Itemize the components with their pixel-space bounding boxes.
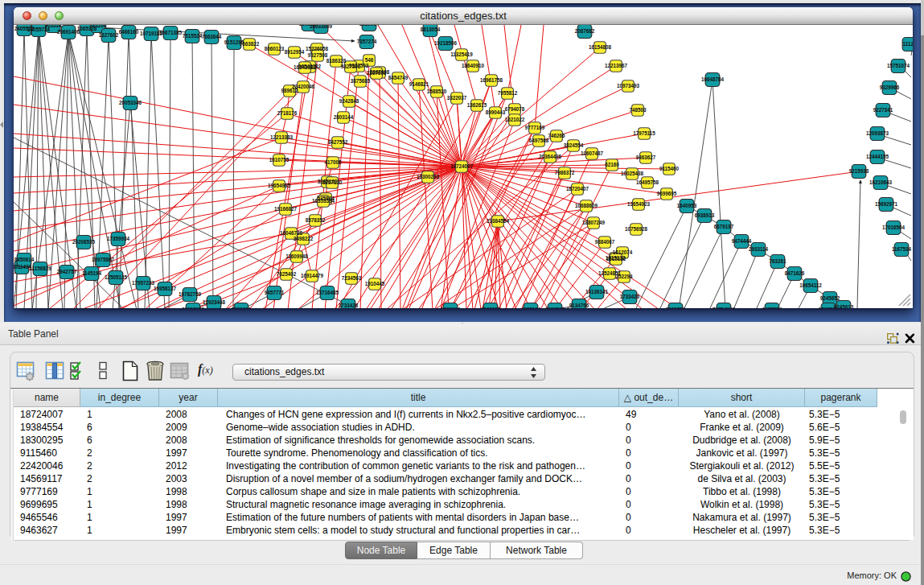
svg-text:62160: 62160 bbox=[605, 162, 619, 167]
svg-text:16671385: 16671385 bbox=[159, 30, 183, 35]
svg-text:8450614: 8450614 bbox=[14, 257, 35, 262]
svg-text:10975867: 10975867 bbox=[92, 257, 115, 262]
svg-text:11156829: 11156829 bbox=[29, 266, 51, 271]
svg-text:6879197: 6879197 bbox=[714, 224, 734, 229]
svg-text:1733426: 1733426 bbox=[620, 294, 640, 299]
svg-text:7234563: 7234563 bbox=[342, 275, 362, 281]
svg-text:20364436: 20364436 bbox=[539, 154, 562, 159]
svg-text:9960308: 9960308 bbox=[481, 307, 501, 308]
svg-text:17975115: 17975115 bbox=[633, 130, 655, 136]
svg-text:16961758: 16961758 bbox=[480, 77, 503, 83]
svg-text:2933114: 2933114 bbox=[749, 246, 769, 252]
svg-text:4628194: 4628194 bbox=[521, 307, 541, 308]
svg-text:905514: 905514 bbox=[44, 25, 62, 28]
svg-text:19654985: 19654985 bbox=[268, 183, 291, 188]
svg-text:1621022: 1621022 bbox=[505, 117, 525, 122]
svg-text:989612: 989612 bbox=[281, 88, 298, 93]
svg-text:1733426: 1733426 bbox=[339, 303, 359, 308]
svg-text:1145194: 1145194 bbox=[82, 270, 102, 276]
svg-text:17957233: 17957233 bbox=[132, 280, 155, 286]
svg-text:9093786: 9093786 bbox=[666, 307, 686, 308]
svg-text:16210643: 16210643 bbox=[869, 179, 893, 185]
svg-text:16495758: 16495758 bbox=[636, 179, 659, 185]
svg-text:16648784: 16648784 bbox=[701, 76, 725, 82]
svg-text:3498222: 3498222 bbox=[294, 236, 314, 241]
svg-text:11325419: 11325419 bbox=[450, 51, 473, 57]
svg-text:2087682: 2087682 bbox=[575, 28, 595, 34]
svg-text:1615132: 1615132 bbox=[606, 256, 626, 262]
svg-text:7663822: 7663822 bbox=[240, 41, 260, 47]
svg-text:18640910: 18640910 bbox=[462, 63, 485, 68]
svg-text:6794078: 6794078 bbox=[505, 106, 525, 112]
svg-text:13716485: 13716485 bbox=[316, 290, 339, 295]
svg-text:1910445: 1910445 bbox=[365, 281, 385, 286]
svg-text:9884067: 9884067 bbox=[595, 239, 615, 245]
svg-text:12923448: 12923448 bbox=[203, 299, 226, 305]
svg-text:16033809: 16033809 bbox=[310, 25, 333, 29]
svg-text:16046738: 16046738 bbox=[280, 230, 303, 236]
svg-text:10654112: 10654112 bbox=[799, 282, 822, 288]
svg-text:12505135: 12505135 bbox=[105, 274, 128, 280]
svg-text:7663844: 7663844 bbox=[202, 34, 222, 39]
svg-text:19384554: 19384554 bbox=[487, 218, 510, 224]
svg-text:1860913: 1860913 bbox=[441, 307, 461, 308]
svg-text:8813054: 8813054 bbox=[421, 27, 441, 32]
svg-text:16353594: 16353594 bbox=[312, 198, 335, 204]
svg-text:3875685: 3875685 bbox=[351, 78, 371, 84]
svg-text:16154808: 16154808 bbox=[589, 44, 612, 50]
svg-text:20053346: 20053346 bbox=[119, 100, 142, 105]
svg-text:9245652: 9245652 bbox=[820, 295, 840, 301]
svg-text:9134766: 9134766 bbox=[569, 303, 589, 308]
svg-text:13654923: 13654923 bbox=[627, 201, 651, 207]
svg-text:18807249: 18807249 bbox=[582, 220, 606, 225]
svg-text:9457771: 9457771 bbox=[265, 290, 285, 295]
svg-text:1327602: 1327602 bbox=[99, 32, 119, 38]
svg-text:20206535: 20206535 bbox=[72, 239, 96, 245]
svg-text:7515524: 7515524 bbox=[183, 33, 203, 39]
svg-text:8454749: 8454749 bbox=[388, 75, 409, 80]
svg-text:12213967: 12213967 bbox=[605, 63, 628, 68]
svg-text:3322037: 3322037 bbox=[447, 95, 467, 101]
svg-text:1640953: 1640953 bbox=[677, 203, 697, 208]
svg-text:9474444: 9474444 bbox=[732, 238, 752, 244]
svg-text:761204: 761204 bbox=[89, 25, 107, 28]
svg-text:9227341: 9227341 bbox=[873, 107, 893, 113]
svg-text:7625402: 7625402 bbox=[277, 271, 297, 277]
svg-text:252294: 252294 bbox=[615, 274, 633, 279]
svg-text:15226058: 15226058 bbox=[306, 46, 329, 51]
svg-text:18724007: 18724007 bbox=[450, 163, 474, 169]
svg-text:10607487: 10607487 bbox=[581, 150, 604, 156]
svg-text:17016504: 17016504 bbox=[882, 225, 906, 230]
svg-text:79754323: 79754323 bbox=[713, 307, 736, 308]
svg-text:15692971: 15692971 bbox=[875, 201, 898, 207]
svg-text:2803144: 2803144 bbox=[334, 114, 354, 120]
svg-text:8471626: 8471626 bbox=[785, 270, 805, 276]
svg-text:546: 546 bbox=[365, 57, 374, 63]
svg-text:7357274: 7357274 bbox=[357, 39, 377, 44]
svg-text:9327508: 9327508 bbox=[308, 52, 328, 58]
svg-text:11121: 11121 bbox=[903, 41, 913, 47]
svg-text:2367608: 2367608 bbox=[367, 70, 387, 76]
svg-text:1610755: 1610755 bbox=[269, 157, 290, 163]
svg-text:10756928: 10756928 bbox=[625, 226, 648, 232]
svg-text:1993518: 1993518 bbox=[545, 307, 565, 308]
svg-text:6938913: 6938913 bbox=[695, 212, 715, 218]
svg-text:6497568: 6497568 bbox=[529, 138, 549, 143]
svg-text:10025438: 10025438 bbox=[621, 171, 644, 176]
svg-text:9487574: 9487574 bbox=[762, 307, 782, 308]
svg-text:9777169: 9777169 bbox=[525, 125, 545, 130]
svg-text:14136141: 14136141 bbox=[585, 289, 609, 295]
svg-text:12444155: 12444155 bbox=[866, 154, 889, 159]
svg-text:9146821: 9146821 bbox=[409, 81, 429, 87]
svg-text:10688609: 10688609 bbox=[575, 203, 598, 208]
svg-text:19166827: 19166827 bbox=[274, 206, 298, 212]
svg-text:7986372: 7986372 bbox=[555, 170, 575, 175]
svg-text:15751074: 15751074 bbox=[887, 63, 910, 68]
svg-text:12093873: 12093873 bbox=[866, 130, 889, 136]
svg-text:8427552: 8427552 bbox=[328, 139, 348, 145]
svg-text:16543382: 16543382 bbox=[294, 64, 317, 70]
svg-text:3824554: 3824554 bbox=[564, 142, 584, 148]
svg-text:2942757: 2942757 bbox=[57, 269, 77, 274]
svg-text:16914479: 16914479 bbox=[301, 273, 324, 278]
svg-text:763261: 763261 bbox=[769, 258, 786, 264]
